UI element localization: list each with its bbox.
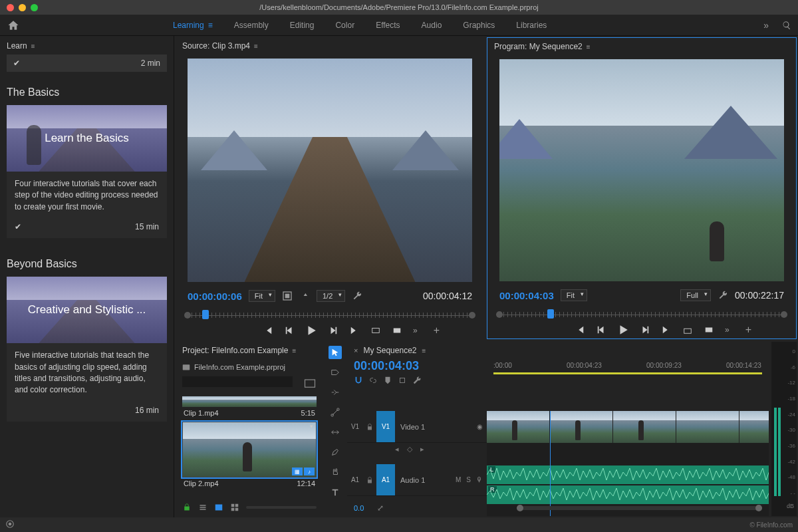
timeline-ruler[interactable]: :00:00 00:00:04:23 00:00:09:23 00:00:14:…: [493, 362, 762, 372]
list-view-icon[interactable]: [198, 503, 207, 511]
workspace-tab-learning[interactable]: Learning≡: [173, 21, 213, 30]
mute-button[interactable]: M: [456, 476, 461, 483]
wrench-icon[interactable]: [718, 290, 728, 301]
ripple-edit-tool-icon[interactable]: [329, 386, 342, 399]
add-button-icon[interactable]: +: [434, 325, 440, 336]
video-clip[interactable]: [676, 411, 739, 443]
panel-menu-icon[interactable]: ≡: [254, 43, 258, 50]
track-source-toggle[interactable]: V1: [376, 411, 395, 442]
track-source-toggle[interactable]: A1: [376, 464, 395, 495]
work-area-bar[interactable]: [493, 372, 762, 374]
marker-icon[interactable]: [299, 291, 310, 301]
marker-add-icon[interactable]: [383, 376, 392, 385]
project-clip-item[interactable]: ▦♪ Clip 2.mp412:14: [182, 422, 317, 489]
track-select-tool-icon[interactable]: [329, 366, 342, 379]
source-scrubber[interactable]: [188, 306, 472, 321]
source-resolution-select[interactable]: 1/2: [317, 290, 345, 302]
snap-icon[interactable]: [354, 376, 363, 385]
lift-icon[interactable]: [682, 325, 693, 334]
video-clip[interactable]: [739, 411, 769, 443]
panel-menu-icon[interactable]: ≡: [587, 43, 591, 51]
play-icon[interactable]: [305, 325, 317, 336]
workspace-tab-editing[interactable]: Editing: [290, 21, 315, 30]
mark-in-icon[interactable]: [220, 326, 231, 335]
freeform-view-icon[interactable]: [230, 503, 239, 511]
insert-icon[interactable]: [370, 326, 381, 335]
step-back-icon[interactable]: [596, 325, 606, 334]
program-current-timecode[interactable]: 00:00:04:03: [499, 290, 554, 301]
selection-tool-icon[interactable]: [329, 346, 342, 359]
hand-tool-icon[interactable]: [329, 466, 342, 479]
play-icon[interactable]: [617, 324, 629, 336]
add-button-icon[interactable]: +: [745, 324, 751, 336]
icon-view-icon[interactable]: [214, 503, 223, 511]
transport-overflow-icon[interactable]: »: [413, 326, 418, 335]
settings-icon[interactable]: [282, 291, 293, 301]
extract-icon[interactable]: [704, 325, 714, 334]
lock-icon[interactable]: [363, 423, 376, 431]
video-clip[interactable]: [613, 411, 676, 443]
audio-clip[interactable]: L: [487, 466, 769, 484]
slip-tool-icon[interactable]: [329, 426, 342, 439]
project-clip-item[interactable]: Clip 1.mp45:15: [182, 396, 317, 419]
step-back-icon[interactable]: [284, 326, 295, 335]
source-current-timecode[interactable]: 00:00:00:06: [188, 291, 242, 302]
timeline-timecode[interactable]: 00:00:04:03: [354, 359, 422, 373]
window-close-button[interactable]: [7, 4, 14, 11]
prev-keyframe-icon[interactable]: ◂: [395, 445, 399, 454]
go-to-out-icon[interactable]: [661, 325, 672, 334]
overwrite-icon[interactable]: [392, 326, 402, 335]
project-search-input[interactable]: [182, 376, 293, 387]
track-header-a1[interactable]: A1 A1 Audio 1 M S 🎙: [347, 464, 487, 496]
zoom-scrollbar[interactable]: [517, 506, 762, 510]
workspace-tab-graphics[interactable]: Graphics: [463, 21, 495, 30]
audio-clip[interactable]: R: [487, 485, 769, 504]
workspace-tab-assembly[interactable]: Assembly: [234, 21, 269, 30]
wrench-icon[interactable]: [412, 376, 422, 385]
search-icon[interactable]: [782, 21, 791, 30]
solo-button[interactable]: S: [466, 476, 471, 483]
close-tab-icon[interactable]: ×: [354, 346, 358, 354]
window-zoom-button[interactable]: [31, 4, 38, 11]
voice-icon[interactable]: 🎙: [476, 476, 483, 483]
tutorial-card-basics[interactable]: Learn the Basics Four interactive tutori…: [7, 105, 167, 238]
mark-in-icon[interactable]: [532, 325, 543, 334]
add-keyframe-icon[interactable]: ◇: [407, 445, 412, 454]
wrench-icon[interactable]: [352, 291, 362, 301]
writable-icon[interactable]: [182, 503, 192, 511]
program-quality-select[interactable]: Full: [680, 289, 711, 301]
go-to-out-icon[interactable]: [349, 326, 360, 335]
go-to-in-icon[interactable]: [263, 326, 273, 335]
step-forward-icon[interactable]: [328, 326, 338, 335]
panel-menu-icon[interactable]: ≡: [422, 347, 426, 354]
linked-selection-icon[interactable]: [368, 376, 378, 385]
lock-icon[interactable]: [363, 476, 376, 484]
workspace-tab-effects[interactable]: Effects: [376, 21, 400, 30]
learn-progress-row[interactable]: ✔ 2 min: [7, 55, 167, 72]
video-clip[interactable]: [550, 411, 613, 443]
pen-tool-icon[interactable]: [329, 446, 342, 459]
next-keyframe-icon[interactable]: ▸: [420, 445, 424, 454]
video-clip[interactable]: [487, 411, 550, 443]
source-video-area[interactable]: [188, 59, 472, 282]
expand-tracks-icon[interactable]: ⤢: [377, 503, 384, 513]
tutorial-card-beyond[interactable]: Creative and Stylistic ... Five interact…: [7, 277, 167, 422]
mark-out-icon[interactable]: [553, 325, 564, 334]
go-to-in-icon[interactable]: [575, 325, 585, 334]
thumbnail-size-slider[interactable]: [246, 506, 317, 509]
window-minimize-button[interactable]: [19, 4, 26, 11]
track-header-v1[interactable]: V1 V1 Video 1 ◉: [347, 411, 487, 443]
cloud-sync-icon[interactable]: [5, 519, 15, 529]
program-scrubber[interactable]: [499, 305, 784, 320]
panel-menu-icon[interactable]: ≡: [31, 43, 35, 50]
mark-out-icon[interactable]: [241, 326, 252, 335]
workspace-overflow-button[interactable]: »: [758, 17, 774, 33]
program-video-area[interactable]: [499, 59, 784, 281]
home-icon[interactable]: [7, 19, 20, 31]
program-fit-select[interactable]: Fit: [561, 289, 587, 301]
razor-tool-icon[interactable]: [329, 406, 342, 419]
transport-overflow-icon[interactable]: »: [725, 325, 730, 334]
panel-menu-icon[interactable]: ≡: [292, 347, 296, 354]
track-eye-icon[interactable]: ◉: [477, 423, 483, 430]
workspace-tab-color[interactable]: Color: [335, 21, 354, 30]
